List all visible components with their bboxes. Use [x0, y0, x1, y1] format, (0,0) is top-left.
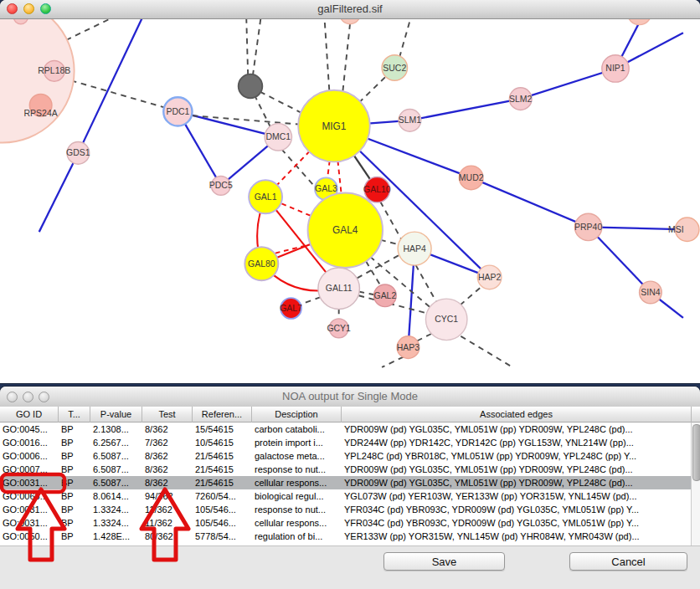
- graph-node-hap3[interactable]: [397, 336, 419, 359]
- cell-test: 8/362: [142, 476, 193, 489]
- graph-edge-pp: [78, 18, 142, 153]
- table-row[interactable]: GO:0065...BP8.0614...94/3627260/54...bio…: [0, 489, 700, 503]
- graph-node-pdc5[interactable]: [211, 176, 230, 195]
- graph-node-hap2[interactable]: [477, 265, 502, 289]
- column-header-p-value[interactable]: P-value: [90, 407, 142, 423]
- cell-reference: 15/54615: [193, 423, 252, 436]
- graph-node-gds1[interactable]: [67, 142, 90, 165]
- cell-type: BP: [59, 503, 90, 516]
- save-button[interactable]: Save: [383, 552, 505, 571]
- cell-go-id: GO:0031...: [0, 476, 59, 489]
- cell-desciption: cellular respons...: [252, 516, 342, 530]
- cell-reference: 10/54615: [193, 436, 252, 449]
- cell-go-id: GO:0031...: [0, 516, 59, 530]
- graph-node-msi[interactable]: [675, 218, 699, 242]
- cell-associated-edges: YFR034C (pd) YBR093C, YDR009W (pd) YGL03…: [342, 516, 692, 530]
- column-header-reference[interactable]: Referen...: [193, 407, 252, 423]
- table-row[interactable]: GO:0031...BP6.5087...8/36221/54615cellul…: [0, 476, 700, 489]
- cell-test: 8/362: [142, 423, 193, 436]
- graph-node-gal7[interactable]: [281, 298, 301, 319]
- graph-edge-pd: [460, 285, 483, 305]
- galfiltered-titlebar[interactable]: galFiltered.sif: [0, 0, 700, 19]
- graph-node-dmc1[interactable]: [265, 124, 291, 151]
- network-canvas[interactable]: RPL18BRPS24AGDS1PDC1PDC5DMC1MIG1SUC2SLM1…: [0, 18, 700, 383]
- graph-node-nip1[interactable]: [602, 55, 629, 82]
- column-header-go-id[interactable]: GO ID: [0, 407, 59, 423]
- graph-node-mig1[interactable]: [298, 90, 370, 162]
- cancel-button[interactable]: Cancel: [569, 552, 687, 571]
- cell-test: 11/362: [142, 503, 193, 516]
- cell-associated-edges: YDR244W (pp) YDR142C, YDR142C (pp) YGL15…: [342, 436, 692, 449]
- graph-node-slm2[interactable]: [509, 88, 532, 110]
- vertical-scrollbar[interactable]: [691, 423, 700, 545]
- graph-node-suc2[interactable]: [382, 55, 407, 80]
- cell-test: 94/362: [142, 489, 193, 503]
- cell-reference: 7260/54...: [193, 489, 252, 503]
- graph-node-hap4[interactable]: [398, 232, 431, 265]
- cell-associated-edges: YDR009W (pd) YGL035C, YML051W (pp) YDR00…: [342, 463, 692, 476]
- column-header-test[interactable]: Test: [142, 407, 193, 423]
- graph-edge-pp: [521, 69, 615, 99]
- graph-node-prp40[interactable]: [574, 213, 601, 240]
- table-row[interactable]: GO:0050...BP1.428E...80/3625778/54...reg…: [0, 530, 700, 543]
- table-row[interactable]: GO:0016...BP6.2567...7/36210/54615protei…: [0, 436, 700, 449]
- cell-test: 8/362: [142, 449, 193, 463]
- cell-go-id: GO:0007...: [0, 463, 59, 476]
- column-header-associated-edges[interactable]: Associated edges: [342, 407, 692, 423]
- graph-node-gray-node[interactable]: [239, 74, 263, 99]
- table-row[interactable]: GO:0031...BP1.3324...11/362105/546...cel…: [0, 516, 700, 530]
- table-row[interactable]: GO:0007...BP6.5087...8/36221/54615respon…: [0, 463, 700, 476]
- cell-test: 11/362: [142, 516, 193, 530]
- graph-node-top-right[interactable]: [627, 18, 651, 25]
- cell-p-value: 6.5087...: [90, 449, 142, 463]
- graph-edge-pd: [382, 357, 404, 367]
- cell-p-value: 8.0614...: [90, 489, 142, 503]
- graph-node-rpl18b[interactable]: [44, 60, 64, 81]
- table-row[interactable]: GO:0006...BP6.5087...8/36221/54615galact…: [0, 449, 700, 463]
- graph-node-sin4[interactable]: [640, 281, 662, 304]
- window-galfiltered: RPL18BRPS24AGDS1PDC1PDC5DMC1MIG1SUC2SLM1…: [0, 0, 700, 383]
- graph-node-gal2[interactable]: [374, 284, 397, 307]
- graph-node-big-left[interactable]: [0, 18, 75, 143]
- cell-go-id: GO:0006...: [0, 449, 59, 463]
- table-row[interactable]: GO:0031...BP1.3324...11/362105/546...res…: [0, 503, 700, 516]
- graph-node-gal10[interactable]: [364, 177, 389, 202]
- noa-titlebar[interactable]: NOA output for Single Mode: [0, 387, 700, 407]
- graph-node-pdc1[interactable]: [163, 97, 192, 125]
- graph-node-gcy1[interactable]: [329, 319, 348, 338]
- cell-type: BP: [59, 449, 90, 463]
- graph-node-slm1[interactable]: [399, 110, 421, 132]
- graph-node-gal11[interactable]: [318, 268, 360, 310]
- cell-associated-edges: YPL248C (pd) YBR018C, YML051W (pp) YDR00…: [342, 449, 692, 463]
- graph-edge-pd: [301, 297, 321, 305]
- graph-node-gal4[interactable]: [308, 192, 383, 267]
- cell-type: BP: [59, 436, 90, 449]
- window-title: NOA output for Single Mode: [0, 387, 700, 407]
- cell-p-value: 6.5087...: [90, 463, 142, 476]
- graph-edge-pp: [589, 227, 687, 229]
- graph-node-rps24a[interactable]: [29, 94, 52, 116]
- cell-type: BP: [59, 489, 90, 503]
- graph-edge-pd: [260, 92, 301, 113]
- column-header-desciption[interactable]: Desciption: [252, 407, 342, 423]
- graph-node-gal80[interactable]: [244, 247, 278, 280]
- column-header-type[interactable]: T...: [59, 407, 90, 423]
- footer: Save Cancel: [0, 545, 700, 589]
- graph-edge-pd: [358, 292, 374, 295]
- window-noa-output: NOA output for Single Mode GO IDT...P-va…: [0, 387, 700, 589]
- graph-node-mud2[interactable]: [459, 166, 483, 190]
- cell-reference: 21/54615: [193, 463, 252, 476]
- table-row[interactable]: GO:0045...BP2.1308...8/36215/54615carbon…: [0, 423, 700, 436]
- graph-edge-pd: [71, 80, 165, 107]
- cell-reference: 105/546...: [193, 516, 252, 530]
- scrollbar-thumb[interactable]: [692, 424, 700, 481]
- graph-edge-pd: [358, 76, 385, 102]
- window-title: galFiltered.sif: [0, 0, 700, 18]
- cell-go-id: GO:0050...: [0, 530, 59, 543]
- cell-associated-edges: YFR034C (pd) YBR093C, YDR009W (pd) YGL03…: [342, 503, 692, 516]
- graph-node-gal1[interactable]: [249, 180, 282, 213]
- graph-node-cyc1[interactable]: [425, 299, 467, 341]
- cell-p-value: 1.3324...: [90, 516, 142, 530]
- graph-edge-pp: [409, 99, 520, 120]
- cell-p-value: 2.1308...: [90, 423, 142, 436]
